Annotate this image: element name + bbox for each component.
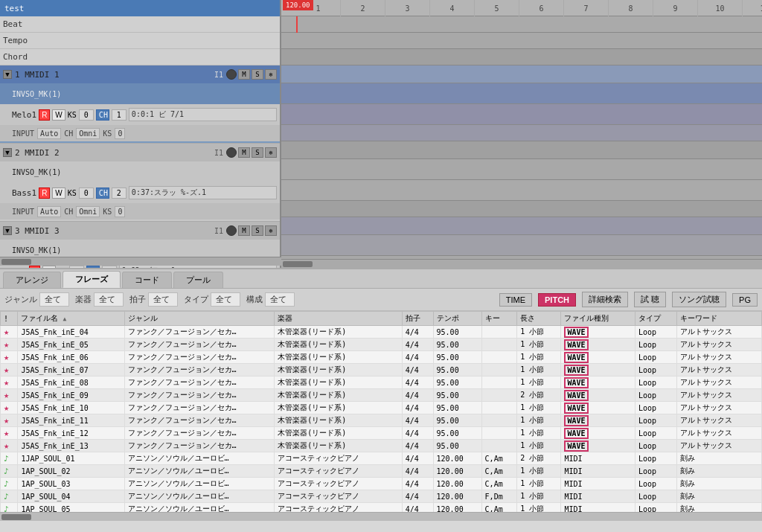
bottom-hscroll[interactable]: [0, 512, 762, 521]
track-1-header: ▼ 1 MMIDI 1 I1 M S ❄: [0, 65, 280, 83]
track-3-expand[interactable]: ▼: [3, 226, 12, 235]
type-filter-val[interactable]: 全て: [211, 292, 240, 307]
pg-btn[interactable]: PG: [732, 293, 758, 307]
table-row[interactable]: ♪ 1AP_SOUL_04 アニソン／ソウル／ユーロビ… アコースティックピアノ…: [1, 490, 762, 503]
table-row[interactable]: ★ J5AS_Fnk_inE_06 ファンク／フュージョン／セカ… 木管楽器(リ…: [1, 351, 762, 364]
genre-filter-val[interactable]: 全て: [39, 292, 69, 307]
track-2-solo-btn[interactable]: S: [252, 147, 263, 158]
track-1-ks-input-val[interactable]: 0: [115, 128, 125, 139]
cell-genre: アニソン／ソウル／ユーロビ…: [124, 478, 275, 490]
th-genre[interactable]: ジャンル: [124, 312, 275, 326]
th-beat[interactable]: 拍子: [402, 312, 433, 326]
th-filename[interactable]: ファイル名 ▲: [18, 312, 124, 326]
track-2-r-btn[interactable]: R: [39, 188, 50, 199]
table-row[interactable]: ♪ 1AP_SOUL_05 アニソン／ソウル／ユーロビ… アコースティックピアノ…: [1, 503, 762, 513]
track-1-ch-num[interactable]: 1: [112, 109, 127, 121]
cell-filename: J5AS_Fnk_inE_11: [18, 414, 124, 427]
track-list-hscroll[interactable]: [0, 257, 281, 266]
th-tempo[interactable]: テンポ: [433, 312, 481, 326]
cell-tempo: 120.00: [433, 503, 481, 513]
track-list-hscroll-thumb[interactable]: [1, 259, 31, 265]
tab-pool[interactable]: プール: [173, 272, 223, 288]
track-3-freeze-btn[interactable]: ❄: [265, 225, 277, 236]
tab-arrange[interactable]: アレンジ: [3, 272, 61, 288]
cell-filetype: WAVE: [561, 376, 635, 389]
track-2-ch-omni[interactable]: Omni: [76, 206, 100, 217]
track-3-solo-btn[interactable]: S: [252, 225, 263, 236]
th-instrument[interactable]: 楽器: [275, 312, 403, 326]
timeline-hscroll-thumb[interactable]: [283, 261, 313, 267]
track-2-ks-val[interactable]: 0: [79, 188, 94, 199]
cell-instrument: 木管楽器(リード系): [275, 364, 403, 376]
detail-search-btn[interactable]: 詳細検索: [582, 292, 628, 307]
track-1-ch-omni[interactable]: Omni: [76, 128, 100, 139]
cell-filetype: WAVE: [561, 351, 635, 364]
th-type[interactable]: タイプ: [635, 312, 676, 326]
track-2-w-btn[interactable]: W: [52, 188, 65, 199]
track-1-expand[interactable]: ▼: [3, 70, 12, 79]
th-keyword[interactable]: キーワード: [677, 312, 762, 326]
track-3-mute-btn[interactable]: M: [238, 225, 250, 236]
file-table-container[interactable]: ! ファイル名 ▲ ジャンル 楽器 拍子 テンポ キー 長さ ファイル種別 タイ…: [0, 311, 762, 512]
audition-btn[interactable]: 試 聴: [634, 292, 666, 307]
table-row[interactable]: ★ J5AS_Fnk_inE_10 ファンク／フュージョン／セカ… 木管楽器(リ…: [1, 402, 762, 414]
table-row[interactable]: ★ J5AS_Fnk_inE_04 ファンク／フュージョン／セカ… 木管楽器(リ…: [1, 326, 762, 339]
tab-chord[interactable]: コード: [122, 272, 172, 288]
table-row[interactable]: ★ J5AS_Fnk_inE_11 ファンク／フュージョン／セカ… 木管楽器(リ…: [1, 414, 762, 427]
track-1-ks-val[interactable]: 0: [79, 109, 94, 121]
instrument-filter-val[interactable]: 全て: [94, 292, 124, 307]
th-key[interactable]: キー: [481, 312, 517, 326]
th-length[interactable]: 長さ: [517, 312, 561, 326]
table-row[interactable]: ★ J5AS_Fnk_inE_07 ファンク／フュージョン／セカ… 木管楽器(リ…: [1, 364, 762, 376]
table-row[interactable]: ★ J5AS_Fnk_inE_13 ファンク／フュージョン／セカ… 木管楽器(リ…: [1, 440, 762, 452]
cell-beat: 4/4: [402, 478, 433, 490]
track-1-freeze-btn[interactable]: ❄: [265, 69, 277, 80]
track-3-ch-num[interactable]: 3: [102, 266, 117, 269]
track-3-header: ▼ 3 MMIDI 3 I1 M S ❄: [0, 222, 280, 240]
timeline-chord-row: [281, 49, 762, 65]
table-row[interactable]: ★ J5AS_Fnk_inE_05 ファンク／フュージョン／セカ… 木管楽器(リ…: [1, 339, 762, 351]
cell-icon: ★: [1, 402, 18, 414]
structure-filter-val[interactable]: 全て: [265, 292, 295, 307]
cell-tempo: 120.00: [433, 452, 481, 465]
table-row[interactable]: ★ J5AS_Fnk_inE_09 ファンク／フュージョン／セカ… 木管楽器(リ…: [1, 389, 762, 402]
th-filetype[interactable]: ファイル種別: [561, 312, 635, 326]
beat-track-row: Beat: [0, 16, 280, 33]
table-row[interactable]: ★ J5AS_Fnk_inE_12 ファンク／フュージョン／セカ… 木管楽器(リ…: [1, 427, 762, 440]
table-row[interactable]: ★ J5AS_Fnk_inE_08 ファンク／フュージョン／セカ… 木管楽器(リ…: [1, 376, 762, 389]
track-2-expand[interactable]: ▼: [3, 148, 12, 157]
beat-filter-val[interactable]: 全て: [148, 292, 178, 307]
track-2-ch-num[interactable]: 2: [112, 188, 127, 199]
track-3-record-btn[interactable]: [226, 225, 237, 236]
song-audition-btn[interactable]: ソング試聴: [672, 292, 726, 307]
pitch-filter-btn[interactable]: PITCH: [538, 293, 576, 307]
table-row[interactable]: ♪ 1AP_SOUL_03 アニソン／ソウル／ユーロビ… アコースティックピアノ…: [1, 478, 762, 490]
track-2-record-btn[interactable]: [226, 147, 237, 158]
th-flag[interactable]: !: [1, 312, 18, 326]
table-row[interactable]: ♪ 1JAP_SOUL_01 アニソン／ソウル／ユーロビ… アコースティックピア…: [1, 452, 762, 465]
cell-beat: 4/4: [402, 376, 433, 389]
timeline-hscroll[interactable]: [281, 259, 762, 268]
cell-instrument: アコースティックピアノ: [275, 452, 403, 465]
track-2-mute-btn[interactable]: M: [238, 147, 250, 158]
tab-phrase[interactable]: フレーズ: [63, 271, 121, 288]
cell-type: Loop: [635, 503, 676, 513]
global-tracks: Beat Tempo Chord: [0, 16, 280, 65]
track-3-w-btn[interactable]: W: [42, 266, 55, 269]
bottom-hscroll-thumb[interactable]: [1, 514, 31, 520]
track-2-ks-input-val[interactable]: 0: [115, 206, 125, 217]
track-3-r-btn[interactable]: R: [29, 266, 40, 269]
track-1-r-btn[interactable]: R: [39, 109, 50, 121]
track-2-freeze-btn[interactable]: ❄: [265, 147, 277, 158]
track-1-solo-btn[interactable]: S: [252, 69, 263, 80]
track-2-input-auto[interactable]: Auto: [37, 206, 61, 217]
track-1-input-auto[interactable]: Auto: [37, 128, 61, 139]
cell-beat: 4/4: [402, 465, 433, 478]
cell-filetype: WAVE: [561, 389, 635, 402]
track-1-mute-btn[interactable]: M: [238, 69, 250, 80]
track-1-w-btn[interactable]: W: [52, 109, 65, 121]
track-1-record-btn[interactable]: [226, 69, 237, 80]
table-row[interactable]: ♪ 1AP_SOUL_02 アニソン／ソウル／ユーロビ… アコースティックピアノ…: [1, 465, 762, 478]
time-filter-btn[interactable]: TIME: [499, 293, 532, 307]
track-3-ks-val[interactable]: 0: [69, 266, 84, 269]
